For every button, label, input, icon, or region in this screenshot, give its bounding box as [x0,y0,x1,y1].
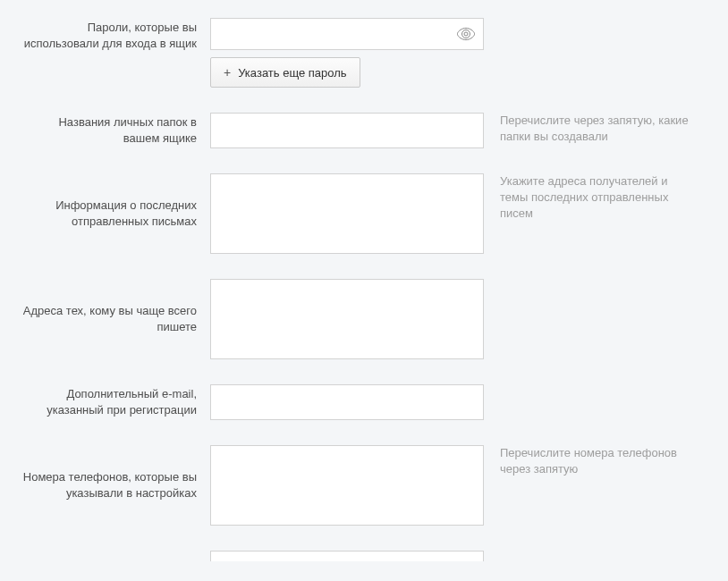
alt-email-textarea[interactable] [210,384,484,420]
alt-email-row: Дополнительный e-mail, указанный при рег… [22,384,706,420]
eye-icon[interactable] [457,28,475,40]
last-sent-row: Информация о последних отправленных пись… [22,173,706,254]
passwords-row: Пароли, которые вы использовали для вход… [22,18,706,88]
frequent-addresses-field-group [210,279,484,359]
add-password-button[interactable]: + Указать еще пароль [210,57,360,88]
frequent-addresses-label: Адреса тех, кому вы чаще всего пишете [22,279,210,359]
phones-field-group [210,445,484,526]
phones-hint: Перечислите номера телефонов через запят… [484,445,690,477]
folders-field-group [210,113,484,148]
folders-textarea[interactable] [210,113,484,148]
last-sent-hint: Укажите адреса получателей и темы послед… [484,173,690,223]
last-sent-field-group [210,173,484,254]
passwords-label: Пароли, которые вы использовали для вход… [22,18,210,52]
folders-hint: Перечислите через запятую, какие папки в… [484,113,690,145]
add-password-label: Указать еще пароль [238,66,346,80]
frequent-addresses-textarea[interactable] [210,279,484,359]
last-sent-label: Информация о последних отправленных пись… [22,173,210,254]
alt-email-field-group [210,384,484,420]
frequent-addresses-row: Адреса тех, кому вы чаще всего пишете [22,279,706,359]
password-input[interactable] [210,18,484,50]
partial-field-group [210,551,484,561]
folders-row: Названия личных папок в вашем ящике Пере… [22,113,706,148]
last-sent-textarea[interactable] [210,173,484,254]
phones-label: Номера телефонов, которые вы указывали в… [22,445,210,526]
plus-icon: + [224,65,231,80]
phones-row: Номера телефонов, которые вы указывали в… [22,445,706,526]
passwords-field-group: + Указать еще пароль [210,18,484,88]
svg-point-0 [464,32,468,36]
phones-textarea[interactable] [210,445,484,526]
partial-label [22,551,210,552]
alt-email-label: Дополнительный e-mail, указанный при рег… [22,384,210,420]
folders-label: Названия личных папок в вашем ящике [22,113,210,148]
partial-textarea [210,551,484,561]
password-input-wrap [210,18,484,50]
partial-row [22,551,706,561]
